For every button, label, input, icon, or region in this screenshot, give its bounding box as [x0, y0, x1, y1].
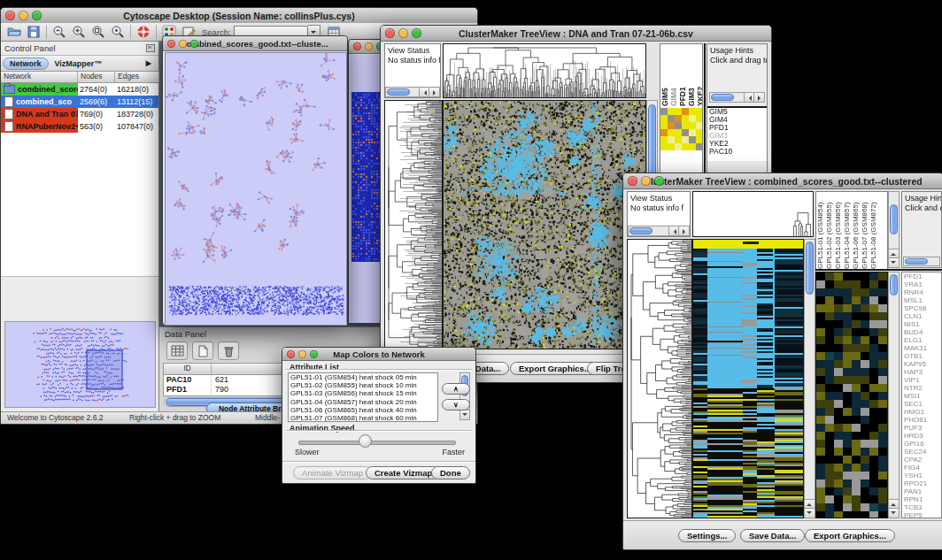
dialog-titlebar[interactable]: Map Colors to Network [282, 348, 475, 361]
close-button[interactable] [385, 28, 395, 38]
gene-label[interactable]: SPC98 [902, 304, 941, 312]
gene-label[interactable]: NTR2 [902, 384, 941, 392]
gene-label[interactable]: PUF3 [902, 424, 941, 432]
gene-label[interactable]: SEC24 [902, 448, 941, 456]
treeview1-titlebar[interactable]: ClusterMaker TreeView : DNA and Tran 07-… [381, 26, 771, 42]
gene-label[interactable]: PEP5 [902, 511, 941, 518]
select-attributes-icon[interactable] [166, 341, 188, 360]
gene-label[interactable]: NIS1 [902, 320, 941, 328]
network-canvas[interactable] [165, 52, 347, 326]
gene-label[interactable]: PAC10 [707, 148, 767, 156]
network-titlebar[interactable]: combined_scores_good.txt--cluste... [163, 36, 347, 51]
gene-label[interactable]: PFD1 [902, 272, 941, 280]
zoom-button[interactable] [190, 40, 198, 48]
close-button[interactable] [287, 350, 295, 358]
scrollbar-thumb[interactable] [629, 227, 652, 234]
attribute-listbox[interactable]: GPL51-01 (GSM854) heat shock 05 minGPL51… [288, 372, 438, 422]
zoom-selected-icon[interactable] [108, 24, 127, 40]
done-button[interactable]: Done [431, 466, 470, 479]
network-canvas-2[interactable] [350, 55, 382, 323]
network-row[interactable]: combined_scores 2764(0) 16218(0) [1, 83, 158, 96]
gene-label[interactable]: BUD4 [902, 328, 941, 336]
gene-label[interactable]: GPI16 [902, 440, 941, 448]
heatmap-canvas[interactable] [444, 101, 645, 349]
scrollbar-thumb[interactable] [890, 204, 898, 234]
gene-label[interactable]: ELG1 [902, 336, 941, 344]
zoom-heatmap-canvas[interactable] [816, 272, 887, 518]
scroll-down-arrow[interactable] [889, 257, 899, 267]
scroll-down-arrow[interactable] [889, 508, 899, 518]
tab-network[interactable]: Network [3, 58, 49, 70]
attr-column-id[interactable]: ID [164, 364, 212, 374]
save-data-button[interactable]: Save Data... [740, 529, 805, 542]
scroll-down-arrow[interactable] [460, 410, 469, 419]
birdseye-overview-canvas[interactable] [4, 321, 156, 408]
zoom-button[interactable] [654, 176, 664, 186]
new-attribute-icon[interactable] [192, 341, 213, 360]
gene-label[interactable]: RNR4 [902, 288, 941, 296]
zoom-button[interactable] [412, 28, 421, 38]
scrollbar-thumb[interactable] [387, 88, 410, 96]
gene-label[interactable]: RPO21 [902, 479, 941, 487]
zoom-out-icon[interactable] [50, 24, 69, 40]
correlation-matrix-canvas[interactable] [660, 108, 703, 150]
move-down-button[interactable]: ∨ [442, 399, 470, 410]
gene-label[interactable]: CLN1 [902, 312, 941, 320]
network-row[interactable]: RNAPuberNov2+! 563(0) 107847(0) [1, 120, 158, 133]
help-icon[interactable] [134, 24, 153, 40]
treeview2-titlebar[interactable]: ClusterMaker TreeView : combined_scores_… [623, 173, 942, 189]
gene-label[interactable]: SEC1 [902, 400, 941, 408]
scrollbar-thumb[interactable] [711, 94, 734, 101]
attribute-list-item[interactable]: GPL51-06 (GSM865) heat shock 40 min [289, 406, 437, 414]
settings-button[interactable]: Settings... [678, 529, 736, 542]
column-dendrogram-canvas[interactable] [693, 192, 813, 236]
minimize-button[interactable] [398, 28, 408, 38]
close-button[interactable] [353, 42, 361, 50]
gene-label[interactable]: VIP1 [902, 376, 941, 384]
scrollbar-thumb[interactable] [905, 258, 928, 265]
export-graphics-button[interactable]: Export Graphics... [805, 529, 895, 542]
minimize-button[interactable] [641, 176, 651, 186]
gene-label[interactable]: TCB3 [902, 503, 941, 511]
close-button[interactable] [5, 11, 15, 20]
tab-overflow-arrow[interactable]: ▶ [140, 58, 158, 68]
gene-label[interactable]: FIG4 [902, 464, 941, 472]
float-panel-icon[interactable] [146, 44, 155, 52]
delete-attribute-icon[interactable] [218, 341, 239, 360]
gene-label[interactable]: HRD3 [902, 432, 941, 440]
gene-label[interactable]: PHO81 [902, 416, 941, 424]
gene-label[interactable]: MSI1 [902, 392, 941, 400]
zoom-button[interactable] [32, 11, 42, 20]
zoom-fit-icon[interactable] [89, 24, 108, 40]
row-dendrogram-canvas[interactable] [628, 240, 691, 518]
network2-titlebar[interactable] [349, 40, 382, 54]
minimize-button[interactable] [179, 40, 187, 48]
tab-vizmapper[interactable]: VizMapper™ [49, 58, 109, 69]
scroll-right-arrow[interactable] [429, 88, 439, 96]
scroll-right-arrow[interactable] [753, 93, 764, 102]
heatmap-canvas[interactable] [693, 240, 803, 518]
attribute-list-item[interactable]: GPL51-02 (GSM855) heat shock 10 min [289, 381, 437, 389]
scrollbar-thumb[interactable] [890, 274, 898, 295]
gene-label[interactable]: RPN1 [902, 495, 941, 503]
minimize-button[interactable] [298, 350, 306, 358]
column-header-edges[interactable]: Edges [115, 72, 159, 82]
zoom-in-icon[interactable] [69, 24, 89, 40]
gene-label[interactable]: YSH1 [902, 472, 941, 479]
column-header-nodes[interactable]: Nodes [78, 72, 115, 82]
attribute-list-item[interactable]: GPL51-04 (GSM857) heat shock 20 min [289, 398, 437, 406]
scrollbar-thumb[interactable] [806, 242, 814, 295]
gene-label[interactable]: PAN1 [902, 487, 941, 495]
attribute-list-item[interactable]: GPL51-01 (GSM854) heat shock 05 min [289, 373, 437, 381]
gene-label[interactable]: YRA1 [902, 280, 941, 288]
move-up-button[interactable]: ∧ [442, 383, 470, 395]
column-dendrogram-canvas[interactable] [444, 44, 645, 97]
attribute-list-item[interactable]: GPL51-03 (GSM856) heat shock 15 min [289, 389, 437, 397]
gene-label[interactable]: CPA2 [902, 456, 941, 464]
row-dendrogram-canvas[interactable] [385, 101, 442, 349]
scroll-right-arrow[interactable] [678, 226, 689, 235]
gene-label[interactable]: MAK31 [902, 344, 941, 352]
gene-label[interactable]: HMG1 [902, 408, 941, 416]
network-row[interactable]: combined_sco 2569(6) 13112(15) [1, 96, 158, 108]
close-button[interactable] [628, 176, 637, 186]
